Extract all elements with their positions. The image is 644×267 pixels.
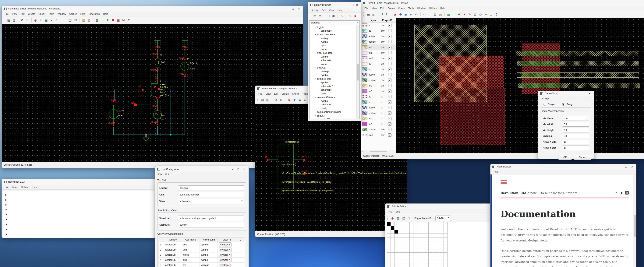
help-content[interactable]: Revolution EDA A new EDA mindset for a n… (492, 174, 636, 267)
linkedin-icon[interactable]: in (625, 191, 629, 194)
stipple-cell[interactable] (444, 264, 448, 267)
layout-canvas[interactable]: inp (396, 18, 644, 153)
spacing-field[interactable]: 0.1 (562, 134, 589, 138)
menu-item[interactable]: File (387, 210, 394, 214)
layer-row-via1-drw[interactable]: via1drw✓ (361, 56, 396, 61)
schematic-titlebar[interactable]: Schematic Editor - commonGateAmp - schem… (2, 6, 303, 12)
layer-visible-checkbox[interactable]: ✓ (388, 40, 392, 43)
stipple-cell[interactable] (410, 260, 414, 264)
stipple-cell[interactable] (436, 249, 440, 252)
stipple-cell[interactable] (406, 245, 410, 249)
layer-visible-checkbox[interactable]: ✓ (388, 24, 392, 27)
stipple-cell[interactable] (436, 245, 440, 249)
stipple-cell[interactable] (391, 238, 394, 241)
stipple-cell[interactable] (414, 264, 417, 267)
stipple-cell[interactable] (394, 249, 398, 252)
stipple-cell[interactable] (417, 264, 421, 267)
stipple-cell[interactable] (387, 226, 391, 230)
stipple-cell[interactable] (428, 264, 432, 267)
layer-row-m1-pin[interactable]: m1pin✓ (361, 83, 396, 88)
stipple-cell[interactable] (402, 256, 406, 260)
ruler-icon[interactable]: ◉ (33, 18, 38, 22)
stipple-cell[interactable] (444, 230, 448, 234)
stipple-cell[interactable] (421, 226, 425, 230)
stipple-cell[interactable] (391, 230, 394, 234)
stipple-cell[interactable] (414, 256, 417, 260)
layer-visible-checkbox[interactable]: ✓ (388, 95, 392, 98)
stipple-cell[interactable] (410, 241, 414, 245)
stipple-cell[interactable] (402, 222, 406, 226)
stipple-cell[interactable] (428, 222, 432, 226)
stipple-cell[interactable] (398, 245, 402, 249)
goto-icon[interactable]: ▸ (303, 98, 308, 102)
stipple-cell[interactable] (402, 238, 406, 241)
stipple-cell[interactable] (444, 260, 448, 264)
stipple-cell[interactable] (410, 234, 414, 238)
print-icon[interactable]: ▤ (366, 12, 371, 17)
hamburger-menu-icon[interactable] (500, 180, 507, 184)
console-output[interactable]: >>>>>>>>> (3, 191, 154, 238)
fit-icon[interactable]: ▢ (68, 18, 72, 22)
menu-item[interactable]: Check (396, 6, 406, 10)
stipple-cell[interactable] (428, 238, 432, 241)
help-titlebar[interactable]: Help Browser –□✕ (490, 164, 636, 170)
view-to-combo[interactable]: symbol (219, 242, 232, 247)
menu-item[interactable]: View (328, 8, 336, 12)
menu-item[interactable]: Utilities (68, 12, 78, 16)
redo-icon[interactable]: ↻ (385, 12, 390, 17)
help-vscrollbar[interactable]: ▴▾ (633, 174, 636, 267)
stipple-cell[interactable] (444, 249, 448, 252)
ruler-icon[interactable]: ◉ (287, 98, 292, 102)
stipple-cell[interactable] (425, 252, 428, 256)
export-icon[interactable]: ▥ (396, 216, 400, 220)
array-y-size-field[interactable]: 10 (562, 146, 589, 150)
stipple-cell[interactable] (428, 252, 432, 256)
menu-item[interactable]: Create (386, 6, 396, 10)
export-icon[interactable]: ▥ (266, 98, 270, 102)
collapse-icon[interactable]: ▾ (314, 67, 317, 69)
label-icon[interactable]: ▦ (116, 18, 120, 22)
tree-item-schematic[interactable]: schematic (310, 103, 356, 107)
stipple-cell[interactable] (436, 226, 440, 230)
copy-icon[interactable]: ▣ (298, 98, 302, 102)
layer-row-m2-drw[interactable]: m2drw✓ (361, 50, 396, 56)
stipple-cell[interactable] (398, 234, 402, 238)
stipple-cell[interactable] (387, 230, 391, 234)
menu-item[interactable]: File (257, 92, 264, 96)
stipple-cell[interactable] (436, 222, 440, 226)
stipple-cell[interactable] (421, 230, 425, 234)
via-name-combo[interactable]: con (562, 116, 589, 121)
stipple-cell[interactable] (432, 234, 436, 238)
stipple-cell[interactable] (387, 222, 391, 226)
layer-row-active-txt[interactable]: activetxt✓ (361, 105, 396, 110)
stipple-cell[interactable] (402, 245, 406, 249)
report-icon[interactable]: ▨ (87, 18, 91, 22)
via-width-field[interactable]: 0.1 (562, 122, 589, 126)
menu-item[interactable]: File (363, 6, 370, 10)
undo-icon[interactable]: ↺ (20, 18, 24, 22)
tree-header[interactable]: Libraries ▾ (310, 21, 360, 25)
stipple-cell[interactable] (406, 226, 410, 230)
stipple-cell[interactable] (440, 256, 444, 260)
menu-item[interactable]: Tools (10, 186, 19, 189)
maximize-button[interactable]: □ (238, 168, 239, 171)
stipple-cell[interactable] (425, 260, 428, 264)
tree-item-spice[interactable]: spice (310, 44, 356, 48)
minimize-button[interactable]: – (485, 205, 487, 208)
tree-item-veriloga[interactable]: veriloga (310, 70, 356, 74)
layer-visible-checkbox[interactable]: ✓ (388, 134, 392, 136)
tree-item-layout[interactable]: layout (310, 48, 356, 51)
layer-column-header[interactable]: Layer (369, 18, 382, 22)
array-x-size-field[interactable]: 10 (562, 140, 589, 144)
stipple-cell[interactable] (417, 222, 421, 226)
tree-item-symbol[interactable]: symbol (310, 40, 356, 44)
stipple-cell[interactable] (406, 249, 410, 252)
layout-m1-bar[interactable] (518, 83, 640, 88)
stipple-cell[interactable] (417, 230, 421, 234)
connector-icon[interactable]: ◉ (390, 216, 395, 220)
tree-item-schematic[interactable]: schematic (310, 59, 356, 62)
console-titlebar[interactable]: Revolution EDA – (2, 179, 156, 185)
stipple-cell[interactable] (414, 241, 417, 245)
menu-item[interactable]: Edit (378, 6, 386, 10)
layer-visible-checkbox[interactable]: ✓ (388, 35, 392, 38)
